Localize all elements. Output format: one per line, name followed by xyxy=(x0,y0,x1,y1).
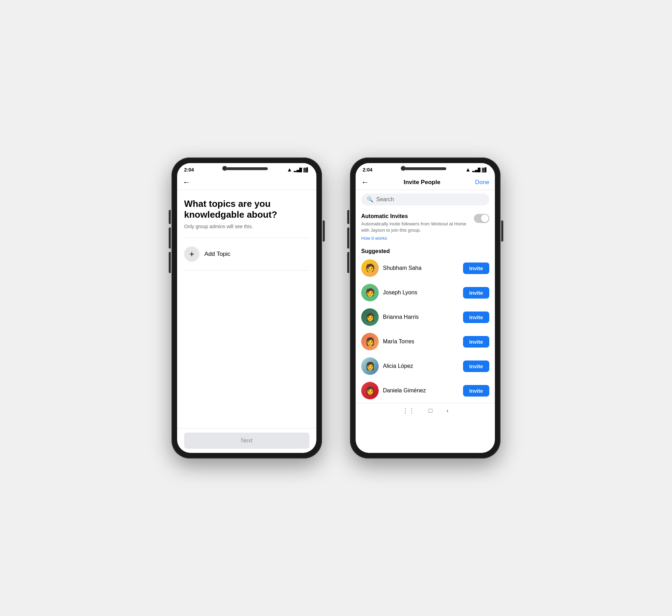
page-title-1: What topics are you knowledgable about? xyxy=(184,198,309,220)
wifi-icon-2: ▲ xyxy=(465,167,471,173)
android-back-button[interactable]: ‹ xyxy=(446,407,448,414)
search-input[interactable]: Search xyxy=(376,196,394,203)
invite-button-joseph[interactable]: Invite xyxy=(463,287,489,299)
list-item: 👩 Daniela Giménez Invite xyxy=(356,378,495,403)
person-name-shubham: Shubham Saha xyxy=(383,265,459,271)
next-button[interactable]: Next xyxy=(184,433,309,449)
auto-invite-text: Automatic Invites Automatically invite f… xyxy=(361,213,470,241)
person-name-daniela: Daniela Giménez xyxy=(383,387,459,394)
person-name-alicia: Alicia López xyxy=(383,363,459,369)
invite-button-maria[interactable]: Invite xyxy=(463,336,489,348)
avatar-maria: 👩 xyxy=(361,333,379,350)
list-item: 👩 María Torres Invite xyxy=(356,329,495,354)
signal-icon-2: ▂▄█ xyxy=(472,168,481,172)
phone-1-screen: 2:04 ▲ ▂▄█ ▓▌ ← What topics are you know… xyxy=(177,163,316,453)
android-nav: ⋮⋮ □ ‹ xyxy=(356,403,495,419)
volume-up-button xyxy=(169,227,171,248)
signal-icon: ▂▄█ xyxy=(294,168,302,172)
avatar-alicia: 👩 xyxy=(361,357,379,375)
person-name-maria: María Torres xyxy=(383,338,459,345)
phone-2-volume-down-button xyxy=(347,252,349,273)
invite-button-alicia[interactable]: Invite xyxy=(463,360,489,372)
back-button-2[interactable]: ← xyxy=(361,178,369,187)
invite-button-brianna[interactable]: Invite xyxy=(463,312,489,323)
phone-2-camera xyxy=(401,166,406,171)
list-item: 👩 Alicia López Invite xyxy=(356,354,495,378)
person-name-joseph: Joseph Lyons xyxy=(383,289,459,296)
list-item: 🧑 Joseph Lyons Invite xyxy=(356,280,495,305)
battery-icon: ▓▌ xyxy=(303,167,309,172)
battery-icon-2: ▓▌ xyxy=(482,167,488,172)
divider-bottom xyxy=(184,270,309,271)
phone-2-volume-up-button xyxy=(347,227,349,248)
avatar-shubham: 🧑 xyxy=(361,259,379,277)
phone-1: 2:04 ▲ ▂▄█ ▓▌ ← What topics are you know… xyxy=(172,158,322,458)
phone-2-silent-button xyxy=(347,210,349,224)
person-list: 🧑 Shubham Saha Invite 🧑 Joseph Lyons Inv… xyxy=(356,256,495,403)
auto-invite-section: Automatic Invites Automatically invite f… xyxy=(356,209,495,245)
auto-invite-desc: Automatically invite followers from Work… xyxy=(361,221,470,233)
android-recent-button[interactable]: ⋮⋮ xyxy=(402,407,415,414)
avatar-brianna: 👩 xyxy=(361,308,379,326)
list-item: 👩 Brianna Harris Invite xyxy=(356,305,495,329)
status-time-1: 2:04 xyxy=(184,167,194,173)
divider-top xyxy=(184,238,309,238)
auto-invite-toggle[interactable] xyxy=(474,214,489,223)
auto-invite-row: Automatic Invites Automatically invite f… xyxy=(361,213,489,241)
add-topic-label: Add Topic xyxy=(204,251,230,258)
add-icon: + xyxy=(184,246,200,262)
auto-invite-title: Automatic Invites xyxy=(361,213,470,219)
status-icons-1: ▲ ▂▄█ ▓▌ xyxy=(287,167,309,173)
phone-speaker xyxy=(226,167,268,170)
phone-camera xyxy=(222,166,227,171)
avatar-daniela: 👩 xyxy=(361,382,379,399)
invite-button-shubham[interactable]: Invite xyxy=(463,262,489,274)
phone-2-screen: 2:04 ▲ ▂▄█ ▓▌ ← Invite People Done 🔍 Sea… xyxy=(356,163,495,453)
search-icon: 🔍 xyxy=(367,196,373,203)
main-content-1: What topics are you knowledgable about? … xyxy=(177,190,316,428)
nav-bar-1: ← xyxy=(177,175,316,190)
add-topic-button[interactable]: + Add Topic xyxy=(184,244,309,265)
nav-bar-2: ← Invite People Done xyxy=(356,175,495,190)
volume-down-button xyxy=(169,252,171,273)
phone-2-power-button xyxy=(501,220,503,241)
list-item: 🧑 Shubham Saha Invite xyxy=(356,256,495,280)
status-icons-2: ▲ ▂▄█ ▓▌ xyxy=(465,167,488,173)
volume-silent-button xyxy=(169,210,171,224)
bottom-bar-1: Next xyxy=(177,428,316,453)
page-subtitle-1: Only group admins will see this. xyxy=(184,224,309,229)
avatar-joseph: 🧑 xyxy=(361,284,379,301)
power-button xyxy=(323,220,325,241)
suggested-title: Suggested xyxy=(356,245,495,256)
person-name-brianna: Brianna Harris xyxy=(383,314,459,320)
search-bar[interactable]: 🔍 Search xyxy=(361,194,489,205)
phone-2: 2:04 ▲ ▂▄█ ▓▌ ← Invite People Done 🔍 Sea… xyxy=(350,158,500,458)
invite-button-daniela[interactable]: Invite xyxy=(463,385,489,397)
back-button-1[interactable]: ← xyxy=(183,178,190,187)
wifi-icon: ▲ xyxy=(287,167,292,173)
how-it-works-link[interactable]: How it works xyxy=(361,236,387,241)
android-home-button[interactable]: □ xyxy=(429,407,433,414)
status-time-2: 2:04 xyxy=(363,167,372,173)
done-button[interactable]: Done xyxy=(475,179,489,186)
phone-2-speaker xyxy=(404,167,446,170)
nav-title-2: Invite People xyxy=(369,179,475,186)
